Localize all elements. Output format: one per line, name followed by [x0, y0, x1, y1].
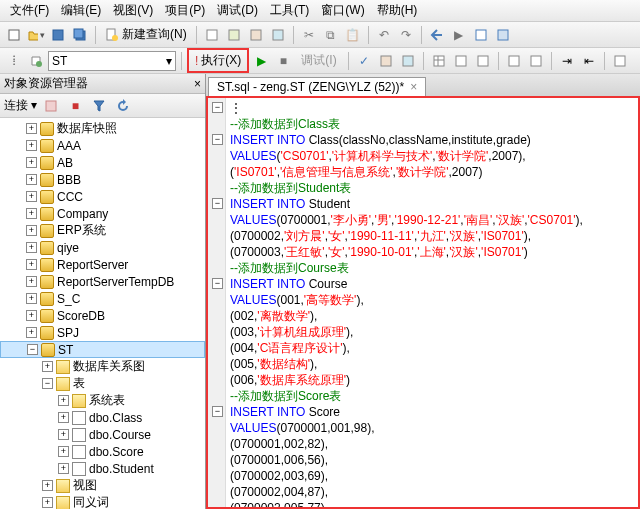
- indent-icon[interactable]: ⇥: [557, 51, 577, 71]
- menu-project[interactable]: 项目(P): [159, 0, 211, 21]
- code-line[interactable]: VALUES(0700001,001,98),: [230, 420, 638, 436]
- expand-icon[interactable]: +: [26, 225, 37, 236]
- code-line[interactable]: INSERT INTO Class(classNo,className,inst…: [230, 132, 638, 148]
- code-line[interactable]: --添加数据到Student表: [230, 180, 638, 196]
- save-icon[interactable]: [48, 25, 68, 45]
- redo-icon[interactable]: ↷: [396, 25, 416, 45]
- change-connection-icon[interactable]: [26, 51, 46, 71]
- menu-file[interactable]: 文件(F): [4, 0, 55, 21]
- code-line[interactable]: ⋮: [230, 100, 638, 116]
- tree-node[interactable]: +ScoreDB: [0, 307, 205, 324]
- code-line[interactable]: --添加数据到Score表: [230, 388, 638, 404]
- expand-icon[interactable]: +: [58, 395, 69, 406]
- code-line[interactable]: (002,'离散数学'),: [230, 308, 638, 324]
- code-line[interactable]: VALUES(0700001,'李小勇','男','1990-12-21','南…: [230, 212, 638, 228]
- tool-icon[interactable]: [376, 51, 396, 71]
- menu-window[interactable]: 窗口(W): [315, 0, 370, 21]
- tree-node[interactable]: +同义词: [0, 494, 205, 509]
- expand-icon[interactable]: +: [26, 123, 37, 134]
- tree-node[interactable]: +系统表: [0, 392, 205, 409]
- close-icon[interactable]: ×: [194, 77, 201, 91]
- open-icon[interactable]: [26, 25, 46, 45]
- tree-node[interactable]: +dbo.Course: [0, 426, 205, 443]
- tree-node[interactable]: +视图: [0, 477, 205, 494]
- nav-icon[interactable]: [471, 25, 491, 45]
- stop-icon[interactable]: ■: [273, 51, 293, 71]
- code-line[interactable]: (0700002,003,69),: [230, 468, 638, 484]
- save-all-icon[interactable]: [70, 25, 90, 45]
- expand-icon[interactable]: +: [26, 174, 37, 185]
- expand-icon[interactable]: +: [42, 361, 53, 372]
- tree-node[interactable]: +AAA: [0, 137, 205, 154]
- menu-edit[interactable]: 编辑(E): [55, 0, 107, 21]
- expand-icon[interactable]: +: [42, 497, 53, 508]
- expand-icon[interactable]: +: [26, 140, 37, 151]
- code-line[interactable]: (005,'数据结构'),: [230, 356, 638, 372]
- code-line[interactable]: --添加数据到Course表: [230, 260, 638, 276]
- expand-icon[interactable]: +: [58, 463, 69, 474]
- expand-icon[interactable]: +: [58, 429, 69, 440]
- expand-icon[interactable]: +: [26, 293, 37, 304]
- new-query-button[interactable]: 新建查询(N): [101, 25, 191, 44]
- expand-icon[interactable]: +: [26, 327, 37, 338]
- code-line[interactable]: (006,'数据库系统原理'): [230, 372, 638, 388]
- expand-icon[interactable]: +: [26, 208, 37, 219]
- tree-node[interactable]: −ST: [0, 341, 205, 358]
- code-line[interactable]: (0700002,'刘方晨','女','1990-11-11','九江','汉族…: [230, 228, 638, 244]
- fold-icon[interactable]: −: [212, 278, 223, 289]
- debug-play-icon[interactable]: ▶: [251, 51, 271, 71]
- code-editor[interactable]: −−−−− ⋮--添加数据到Class表INSERT INTO Class(cl…: [206, 96, 640, 509]
- database-combo[interactable]: ST ▾: [48, 51, 176, 71]
- uncomment-icon[interactable]: [526, 51, 546, 71]
- refresh-icon[interactable]: [113, 96, 133, 116]
- code-line[interactable]: INSERT INTO Course: [230, 276, 638, 292]
- tree-node[interactable]: +ReportServer: [0, 256, 205, 273]
- stop-icon[interactable]: ■: [65, 96, 85, 116]
- connect-dropdown[interactable]: 连接 ▾: [4, 97, 37, 114]
- tree-node[interactable]: +数据库快照: [0, 120, 205, 137]
- results-file-icon[interactable]: [473, 51, 493, 71]
- expand-icon[interactable]: +: [26, 242, 37, 253]
- nav-icon[interactable]: [493, 25, 513, 45]
- tree[interactable]: +数据库快照+AAA+AB+BBB+CCC+Company+ERP系统+qiye…: [0, 118, 205, 509]
- code-line[interactable]: (0700001,006,56),: [230, 452, 638, 468]
- disconnect-icon[interactable]: [41, 96, 61, 116]
- tree-node[interactable]: +BBB: [0, 171, 205, 188]
- tool-icon[interactable]: [398, 51, 418, 71]
- expand-icon[interactable]: +: [26, 259, 37, 270]
- outdent-icon[interactable]: ⇤: [579, 51, 599, 71]
- nav-icon[interactable]: ▶: [449, 25, 469, 45]
- code-line[interactable]: ('IS0701','信息管理与信息系统','数计学院',2007): [230, 164, 638, 180]
- expand-icon[interactable]: +: [42, 480, 53, 491]
- menu-tools[interactable]: 工具(T): [264, 0, 315, 21]
- tree-node[interactable]: +ReportServerTempDB: [0, 273, 205, 290]
- expand-icon[interactable]: −: [27, 344, 38, 355]
- toggle-icon[interactable]: ⦙: [4, 51, 24, 71]
- tree-node[interactable]: +Company: [0, 205, 205, 222]
- filter-icon[interactable]: [89, 96, 109, 116]
- undo-icon[interactable]: ↶: [374, 25, 394, 45]
- tree-node[interactable]: −表: [0, 375, 205, 392]
- tree-node[interactable]: +CCC: [0, 188, 205, 205]
- menu-debug[interactable]: 调试(D): [211, 0, 264, 21]
- tool-icon[interactable]: [610, 51, 630, 71]
- code-line[interactable]: INSERT INTO Student: [230, 196, 638, 212]
- new-project-icon[interactable]: [4, 25, 24, 45]
- code-line[interactable]: INSERT INTO Score: [230, 404, 638, 420]
- code-line[interactable]: VALUES(001,'高等数学'),: [230, 292, 638, 308]
- cut-icon[interactable]: ✂: [299, 25, 319, 45]
- tool-icon[interactable]: [202, 25, 222, 45]
- execute-button[interactable]: ! 执行(X): [187, 48, 249, 73]
- tool-icon[interactable]: [246, 25, 266, 45]
- tree-node[interactable]: +数据库关系图: [0, 358, 205, 375]
- fold-icon[interactable]: −: [212, 406, 223, 417]
- expand-icon[interactable]: −: [42, 378, 53, 389]
- code-line[interactable]: VALUES('CS0701','计算机科学与技术','数计学院',2007),: [230, 148, 638, 164]
- fold-icon[interactable]: −: [212, 134, 223, 145]
- expand-icon[interactable]: +: [58, 412, 69, 423]
- tool-icon[interactable]: [224, 25, 244, 45]
- paste-icon[interactable]: 📋: [343, 25, 363, 45]
- results-text-icon[interactable]: [451, 51, 471, 71]
- results-grid-icon[interactable]: [429, 51, 449, 71]
- tab-active[interactable]: ST.sql - zeng.ST (ZENG\YLZ (52))* ×: [208, 77, 426, 96]
